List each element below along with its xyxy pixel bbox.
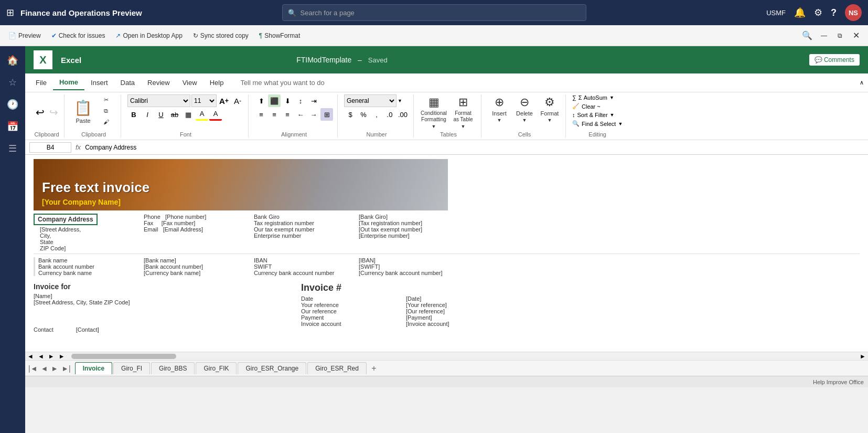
delete-cells-button[interactable]: ⊖ Delete ▼ bbox=[513, 94, 536, 124]
percent-button[interactable]: % bbox=[357, 108, 370, 121]
close-button[interactable]: ✕ bbox=[849, 28, 864, 43]
showformat-button[interactable]: ¶ ShowFormat bbox=[255, 30, 304, 41]
tab-file[interactable]: File bbox=[29, 76, 53, 90]
sidebar-home-icon[interactable]: 🏠 bbox=[0, 50, 25, 70]
wrap-text-button[interactable]: ⇥ bbox=[307, 94, 320, 107]
align-top-button[interactable]: ⬆ bbox=[255, 94, 267, 107]
number-format-select[interactable]: General bbox=[344, 94, 397, 107]
tab-nav-prev[interactable]: ◄ bbox=[40, 364, 49, 373]
sync-button[interactable]: ↻ Sync stored copy bbox=[189, 30, 253, 41]
merge-button[interactable]: ⊞ bbox=[320, 108, 333, 121]
sheet-tab-invoice[interactable]: Invoice bbox=[75, 362, 112, 374]
tab-nav-first[interactable]: |◄ bbox=[27, 364, 39, 373]
open-desktop-button[interactable]: ↗ Open in Desktop App bbox=[111, 30, 186, 41]
insert-cells-button[interactable]: ⊕ Insert ▼ bbox=[488, 94, 511, 124]
cell-reference-input[interactable] bbox=[29, 142, 71, 153]
comma-button[interactable]: , bbox=[370, 108, 383, 121]
sheet-tab-giro-esr-orange[interactable]: Giro_ESR_Orange bbox=[238, 362, 306, 374]
sidebar-list-icon[interactable]: ☰ bbox=[0, 139, 25, 159]
sheet-tab-giro-fi[interactable]: Giro_FI bbox=[113, 362, 150, 374]
fill-color-button[interactable]: A bbox=[196, 108, 208, 121]
undo-button[interactable]: ↩ bbox=[34, 106, 46, 119]
maximize-button[interactable]: ⧉ bbox=[833, 30, 846, 41]
format-painter-button[interactable]: 🖌 bbox=[98, 117, 116, 127]
add-sheet-button[interactable]: + bbox=[368, 362, 380, 375]
increase-decimal-button[interactable]: .00 bbox=[397, 108, 409, 121]
gear-icon[interactable]: ⚙ bbox=[814, 7, 822, 18]
align-right-button[interactable]: ≡ bbox=[281, 108, 294, 121]
tab-help[interactable]: Help bbox=[203, 76, 230, 90]
comments-button[interactable]: 💬 Comments bbox=[809, 54, 860, 66]
minimize-button[interactable]: — bbox=[817, 30, 831, 41]
text-direction-button[interactable]: ↕ bbox=[294, 94, 307, 107]
font-name-select[interactable]: Calibri bbox=[127, 94, 190, 107]
help-improve-label[interactable]: Help Improve Office bbox=[813, 379, 864, 385]
scroll-right-step[interactable]: ► bbox=[46, 353, 57, 360]
tab-home[interactable]: Home bbox=[53, 75, 84, 90]
sort-filter-button[interactable]: ↕ Sort & Filter ▼ bbox=[572, 112, 615, 118]
scroll-right-icon[interactable]: ► bbox=[57, 353, 67, 360]
underline-button[interactable]: U bbox=[155, 108, 167, 121]
cut-button[interactable]: ✂ bbox=[98, 94, 116, 105]
address-line-3: State bbox=[34, 239, 144, 245]
font-color-button[interactable]: A bbox=[209, 108, 222, 121]
sheet-tab-giro-fik[interactable]: Giro_FIK bbox=[196, 362, 237, 374]
increase-indent-button[interactable]: → bbox=[307, 108, 320, 121]
paste-button[interactable]: 📋 Paste bbox=[71, 94, 95, 128]
italic-button[interactable]: I bbox=[141, 108, 154, 121]
find-select-button[interactable]: 🔍 Find & Select ▼ bbox=[572, 120, 623, 127]
find-dd: ▼ bbox=[618, 121, 623, 126]
h-scrollbar-thumb[interactable] bbox=[71, 354, 176, 359]
tab-nav-next[interactable]: ► bbox=[50, 364, 59, 373]
sidebar-recent-icon[interactable]: 🕐 bbox=[0, 94, 25, 114]
sidebar-calendar-icon[interactable]: 📅 bbox=[0, 117, 25, 136]
sheet-tab-giro-esr-red[interactable]: Giro_ESR_Red bbox=[307, 362, 367, 374]
redo-button[interactable]: ↪ bbox=[47, 106, 60, 119]
tab-insert[interactable]: Insert bbox=[84, 76, 114, 90]
grid-icon[interactable]: ⊞ bbox=[6, 7, 14, 18]
format-cells-button[interactable]: ⚙ Format ▼ bbox=[538, 94, 561, 124]
tell-me-input[interactable]: Tell me what you want to do bbox=[240, 79, 324, 87]
decrease-indent-button[interactable]: ← bbox=[294, 108, 307, 121]
toolbar-search-button[interactable]: 🔍 bbox=[800, 28, 815, 43]
scroll-left-step[interactable]: ◄ bbox=[36, 353, 46, 360]
align-left-button[interactable]: ≡ bbox=[255, 108, 267, 121]
horizontal-scrollbar[interactable]: ◄ ◄ ► ► ► bbox=[25, 352, 868, 360]
sidebar-star-icon[interactable]: ☆ bbox=[0, 72, 25, 92]
ribbon-group-alignment: ⬆ ⬛ ⬇ ↕ ⇥ ≡ ≡ ≡ ← → ⊞ bbox=[251, 94, 338, 138]
tables-label: Tables bbox=[440, 131, 457, 138]
autosum-button[interactable]: ∑ Σ AutoSum ▼ bbox=[572, 94, 614, 101]
format-as-table-button[interactable]: ⊞ Format as Table ▼ bbox=[449, 94, 477, 130]
copy-button[interactable]: ⧉ bbox=[98, 105, 116, 116]
format-table-icon: ⊞ bbox=[458, 96, 468, 109]
collapse-ribbon-btn[interactable]: ∧ bbox=[860, 79, 864, 86]
clear-button[interactable]: 🧹 Clear ~ bbox=[572, 103, 601, 110]
align-center-button[interactable]: ≡ bbox=[268, 108, 281, 121]
search-bar[interactable]: 🔍 Search for a page bbox=[282, 4, 586, 21]
strikethrough-button[interactable]: ab bbox=[168, 108, 181, 121]
font-size-select[interactable]: 11 bbox=[191, 94, 217, 107]
avatar[interactable]: NS bbox=[845, 4, 862, 21]
align-middle-button[interactable]: ⬛ bbox=[268, 94, 281, 107]
align-bottom-button[interactable]: ⬇ bbox=[281, 94, 294, 107]
currency-button[interactable]: $ bbox=[344, 108, 357, 121]
bell-icon[interactable]: 🔔 bbox=[794, 7, 806, 18]
tab-view[interactable]: View bbox=[176, 76, 203, 90]
decrease-decimal-button[interactable]: .0 bbox=[383, 108, 396, 121]
sheet-tab-giro-bbs[interactable]: Giro_BBS bbox=[151, 362, 195, 374]
tab-data[interactable]: Data bbox=[114, 76, 141, 90]
help-icon[interactable]: ? bbox=[831, 7, 837, 18]
bold-button[interactable]: B bbox=[127, 108, 140, 121]
tab-nav-last[interactable]: ►| bbox=[60, 364, 72, 373]
preview-button[interactable]: 📄 Preview bbox=[4, 30, 45, 41]
scroll-left-icon[interactable]: ◄ bbox=[25, 353, 36, 360]
company-address-cell[interactable]: Company Address bbox=[34, 214, 98, 225]
font-shrink-button[interactable]: A- bbox=[231, 94, 244, 107]
conditional-formatting-button[interactable]: ▦ Conditional Formatting ▼ bbox=[420, 94, 447, 130]
font-grow-button[interactable]: A+ bbox=[218, 94, 230, 107]
border-button[interactable]: ▦ bbox=[182, 108, 195, 121]
scroll-right-end[interactable]: ► bbox=[858, 353, 868, 360]
tab-review[interactable]: Review bbox=[141, 76, 176, 90]
ribbon: File Home Insert Data Review View Help T… bbox=[25, 73, 868, 140]
check-issues-button[interactable]: ✔ Check for issues bbox=[47, 30, 110, 41]
